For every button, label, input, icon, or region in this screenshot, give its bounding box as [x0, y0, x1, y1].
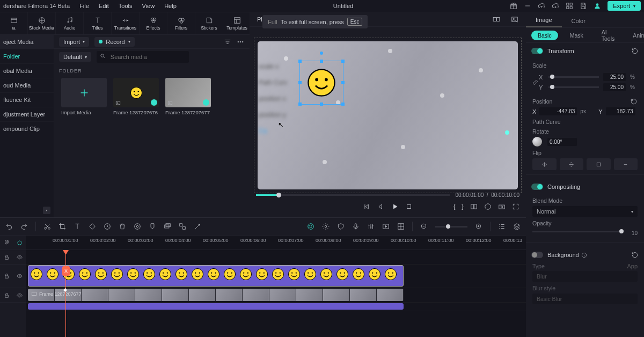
zoom-out-icon[interactable] — [420, 223, 428, 230]
sort-icon[interactable] — [224, 38, 231, 46]
cut-icon[interactable] — [43, 223, 51, 230]
redo-icon[interactable] — [20, 223, 28, 230]
magnet-icon[interactable] — [4, 240, 10, 246]
subt-animation[interactable]: Animation — [626, 31, 644, 40]
camera-icon[interactable] — [498, 203, 506, 210]
flip-h-button[interactable] — [532, 158, 557, 170]
tab-filters[interactable]: Filters — [167, 12, 195, 34]
subt-ai-tools[interactable]: AI Tools — [595, 27, 621, 43]
menu-tools[interactable]: Tools — [119, 3, 133, 9]
path-curve-label[interactable]: Path Curve — [532, 119, 638, 125]
import-dropdown[interactable]: Import▾ — [59, 37, 89, 47]
text-tool-icon[interactable] — [74, 223, 81, 230]
tab-audio[interactable]: Audio — [56, 12, 84, 34]
scale-y-slider[interactable] — [548, 86, 599, 88]
timeline-clip-audio[interactable] — [28, 303, 404, 310]
export-button[interactable]: Export▾ — [608, 1, 641, 11]
lock-icon[interactable] — [4, 273, 10, 279]
link-tracks-icon[interactable] — [17, 240, 23, 246]
scale-x-slider[interactable] — [548, 76, 599, 78]
menu-edit[interactable]: Edit — [99, 3, 109, 9]
import-media-tile[interactable]: Import Media — [61, 78, 107, 115]
gift-icon[interactable] — [510, 2, 517, 10]
delete-icon[interactable] — [119, 223, 126, 230]
default-dropdown[interactable]: Default▾ — [59, 52, 91, 62]
dual-view-icon[interactable] — [493, 16, 500, 23]
layers-icon[interactable] — [513, 223, 521, 230]
inspector-tab-color[interactable]: Color — [562, 14, 595, 27]
subt-mask[interactable]: Mask — [564, 31, 590, 40]
player-scrubber[interactable]: 00:00:01:00 / 00:00:10:00 — [256, 192, 519, 198]
compositing-toggle[interactable] — [531, 184, 543, 190]
media-thumb-1[interactable]: Frame 1287207676 — [113, 78, 159, 115]
reset-transform-icon[interactable] — [631, 47, 639, 55]
scale-x-input[interactable] — [603, 73, 626, 81]
ai-face-icon[interactable] — [307, 223, 314, 230]
eye-icon[interactable] — [17, 273, 23, 279]
pos-x-input[interactable] — [539, 107, 577, 115]
zoom-in-icon[interactable] — [475, 223, 482, 230]
mic-icon[interactable] — [352, 223, 360, 230]
link-scale-icon[interactable] — [532, 71, 539, 93]
step-back-button[interactable] — [377, 203, 385, 210]
color-icon[interactable] — [134, 223, 141, 230]
bg-type-select[interactable]: Blur — [532, 271, 638, 282]
tab-effects[interactable]: Effects — [140, 12, 167, 34]
flip-v-button[interactable] — [560, 158, 584, 170]
more-flip-button[interactable] — [614, 158, 638, 170]
lock-icon[interactable] — [4, 254, 10, 260]
sidebar-global-media[interactable]: obal Media — [0, 64, 54, 78]
marker-icon[interactable] — [149, 223, 156, 230]
selected-clip-overlay[interactable] — [299, 61, 343, 105]
mixer-icon[interactable] — [367, 223, 375, 230]
reset-position-icon[interactable] — [630, 98, 638, 105]
snapshot-icon[interactable] — [511, 16, 518, 23]
pos-y-input[interactable] — [606, 107, 635, 115]
prev-frame-button[interactable] — [363, 203, 371, 210]
eye-icon[interactable] — [17, 292, 23, 298]
stop-button[interactable] — [405, 203, 413, 210]
background-toggle[interactable] — [531, 252, 543, 258]
tab-templates[interactable]: Templates — [223, 12, 251, 34]
timeline-ruler[interactable]: 00:00:01:0000:00:02:0000:00:03:0000:00:0… — [26, 236, 526, 250]
brace-open-icon[interactable]: { — [453, 203, 456, 210]
play-button[interactable] — [391, 203, 399, 210]
brace-close-icon[interactable]: } — [462, 203, 464, 210]
opacity-slider[interactable] — [532, 231, 624, 232]
cloud-download-icon[interactable] — [552, 2, 559, 10]
tab-titles[interactable]: Titles — [84, 12, 112, 34]
reset-background-icon[interactable] — [631, 251, 639, 259]
timeline-clip-video[interactable]: Frame 1287207677 — [28, 289, 404, 301]
settings-icon[interactable] — [322, 223, 330, 230]
info-icon[interactable] — [581, 252, 587, 258]
eye-icon[interactable] — [17, 254, 23, 260]
fullscreen-icon[interactable] — [512, 203, 519, 210]
split-view-icon[interactable] — [470, 203, 478, 210]
cloud-upload-icon[interactable] — [538, 2, 545, 10]
media-thumb-2[interactable]: Frame 1287207677 — [165, 78, 211, 115]
crop-tool-icon[interactable] — [58, 223, 66, 230]
zoom-slider[interactable] — [435, 226, 467, 228]
list-icon[interactable] — [498, 223, 506, 230]
quality-icon[interactable] — [484, 203, 492, 210]
tab-stickers[interactable]: Stickers — [195, 12, 223, 34]
render-icon[interactable] — [382, 223, 390, 230]
inspector-tab-image[interactable]: Image — [526, 13, 562, 27]
playhead[interactable] — [65, 250, 66, 337]
sidebar-compound-clip[interactable]: ompound Clip — [0, 122, 54, 136]
sidebar-header[interactable]: oject Media — [0, 35, 54, 49]
sidebar-cloud-media[interactable]: oud Media — [0, 78, 54, 93]
search-input[interactable] — [97, 51, 189, 63]
save-icon[interactable] — [580, 2, 587, 10]
magic-icon[interactable] — [194, 223, 201, 230]
lock-icon[interactable] — [4, 292, 10, 298]
group-icon[interactable] — [164, 223, 171, 230]
bg-style-select[interactable]: Basic Blur — [532, 294, 638, 304]
sidebar-collapse-button[interactable]: ‹ — [43, 207, 50, 214]
ungroup-icon[interactable] — [179, 223, 186, 230]
blend-mode-select[interactable]: Normal▾ — [532, 206, 638, 217]
subt-basic[interactable]: Basic — [531, 31, 558, 40]
bg-apply-label[interactable]: App — [627, 263, 638, 269]
undo-icon[interactable] — [5, 223, 13, 230]
tab-media[interactable]: ia — [0, 12, 28, 34]
